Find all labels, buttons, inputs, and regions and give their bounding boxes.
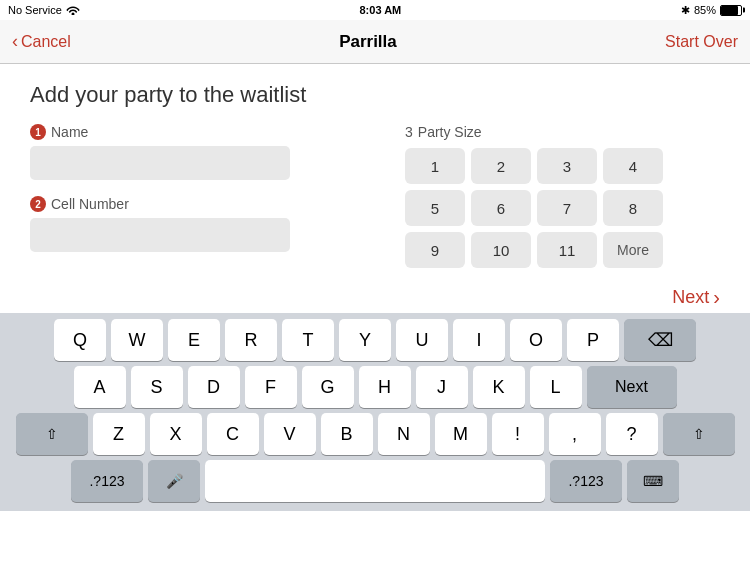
next-chevron-icon: › xyxy=(713,286,720,309)
party-size-btn-7[interactable]: 7 xyxy=(537,190,597,226)
form-heading: Add your party to the waitlist xyxy=(30,82,720,108)
keyboard-row-4: .?123🎤.?123⌨ xyxy=(4,460,746,502)
party-size-label-text: Party Size xyxy=(418,124,482,140)
cell-section: 2 Cell Number xyxy=(30,196,345,252)
backspace-key[interactable]: ⌫ xyxy=(624,319,696,361)
key-g[interactable]: G xyxy=(302,366,354,408)
keyboard-row-1: QWERTYUIOP⌫ xyxy=(4,319,746,361)
battery-icon xyxy=(720,5,742,16)
status-bar: No Service 8:03 AM ✱ 85% xyxy=(0,0,750,20)
key-m[interactable]: M xyxy=(435,413,487,455)
key-p[interactable]: P xyxy=(567,319,619,361)
key-exclaim[interactable]: ! xyxy=(492,413,544,455)
shift-left-key[interactable]: ⇧ xyxy=(16,413,88,455)
cell-badge: 2 xyxy=(30,196,46,212)
microphone-key[interactable]: 🎤 xyxy=(148,460,200,502)
form-left: 1 Name 2 Cell Number xyxy=(30,124,345,268)
key-o[interactable]: O xyxy=(510,319,562,361)
party-size-btn-2[interactable]: 2 xyxy=(471,148,531,184)
party-size-btn-5[interactable]: 5 xyxy=(405,190,465,226)
party-grid: 1234567891011More xyxy=(405,148,720,268)
key-j[interactable]: J xyxy=(416,366,468,408)
party-size-btn-more[interactable]: More xyxy=(603,232,663,268)
key-s[interactable]: S xyxy=(131,366,183,408)
keyboard-row-2: ASDFGHJKLNext xyxy=(4,366,746,408)
nav-title: Parrilla xyxy=(339,32,397,52)
key-t[interactable]: T xyxy=(282,319,334,361)
name-input[interactable] xyxy=(30,146,290,180)
key-n[interactable]: N xyxy=(378,413,430,455)
cancel-button[interactable]: ‹ Cancel xyxy=(12,31,71,52)
key-c[interactable]: C xyxy=(207,413,259,455)
party-size-label: 3 Party Size xyxy=(405,124,720,140)
next-row: Next › xyxy=(0,278,750,313)
key-f[interactable]: F xyxy=(245,366,297,408)
key-d[interactable]: D xyxy=(188,366,240,408)
status-left: No Service xyxy=(8,4,80,17)
key-u[interactable]: U xyxy=(396,319,448,361)
key-i[interactable]: I xyxy=(453,319,505,361)
key-a[interactable]: A xyxy=(74,366,126,408)
key-r[interactable]: R xyxy=(225,319,277,361)
key-y[interactable]: Y xyxy=(339,319,391,361)
party-size-btn-6[interactable]: 6 xyxy=(471,190,531,226)
nav-bar: ‹ Cancel Parrilla Start Over xyxy=(0,20,750,64)
status-time: 8:03 AM xyxy=(359,4,401,16)
cell-label-text: Cell Number xyxy=(51,196,129,212)
sym-right-key[interactable]: .?123 xyxy=(550,460,622,502)
keyboard: QWERTYUIOP⌫ ASDFGHJKLNext ⇧ZXCVBNM!,?⇧ .… xyxy=(0,313,750,511)
key-b[interactable]: B xyxy=(321,413,373,455)
key-e[interactable]: E xyxy=(168,319,220,361)
form-row: 1 Name 2 Cell Number 3 Party Size 123456… xyxy=(30,124,720,268)
key-question[interactable]: ? xyxy=(606,413,658,455)
party-size-btn-1[interactable]: 1 xyxy=(405,148,465,184)
key-k[interactable]: K xyxy=(473,366,525,408)
cell-label: 2 Cell Number xyxy=(30,196,345,212)
party-size-btn-4[interactable]: 4 xyxy=(603,148,663,184)
wifi-icon xyxy=(66,4,80,17)
space-key[interactable] xyxy=(205,460,545,502)
party-size-btn-3[interactable]: 3 xyxy=(537,148,597,184)
key-w[interactable]: W xyxy=(111,319,163,361)
shift-right-key[interactable]: ⇧ xyxy=(663,413,735,455)
cell-input[interactable] xyxy=(30,218,290,252)
key-comma[interactable]: , xyxy=(549,413,601,455)
keyboard-dismiss-key[interactable]: ⌨ xyxy=(627,460,679,502)
key-z[interactable]: Z xyxy=(93,413,145,455)
key-v[interactable]: V xyxy=(264,413,316,455)
key-l[interactable]: L xyxy=(530,366,582,408)
sym-left-key[interactable]: .?123 xyxy=(71,460,143,502)
key-x[interactable]: X xyxy=(150,413,202,455)
battery-percentage: 85% xyxy=(694,4,716,16)
bluetooth-icon: ✱ xyxy=(681,4,690,17)
start-over-button[interactable]: Start Over xyxy=(665,33,738,51)
form-right: 3 Party Size 1234567891011More xyxy=(405,124,720,268)
name-label: 1 Name xyxy=(30,124,345,140)
party-size-btn-10[interactable]: 10 xyxy=(471,232,531,268)
party-size-btn-11[interactable]: 11 xyxy=(537,232,597,268)
back-chevron-icon: ‹ xyxy=(12,31,18,52)
key-q[interactable]: Q xyxy=(54,319,106,361)
name-label-text: Name xyxy=(51,124,88,140)
name-badge: 1 xyxy=(30,124,46,140)
keyboard-row-3: ⇧ZXCVBNM!,?⇧ xyxy=(4,413,746,455)
next-label: Next xyxy=(672,287,709,308)
status-right: ✱ 85% xyxy=(681,4,742,17)
cancel-label: Cancel xyxy=(21,33,71,51)
party-size-btn-9[interactable]: 9 xyxy=(405,232,465,268)
party-size-badge: 3 xyxy=(405,124,413,140)
form-area: Add your party to the waitlist 1 Name 2 … xyxy=(0,64,750,278)
carrier-text: No Service xyxy=(8,4,62,16)
key-h[interactable]: H xyxy=(359,366,411,408)
next-keyboard-button[interactable]: Next xyxy=(587,366,677,408)
next-button[interactable]: Next › xyxy=(672,286,720,309)
party-size-btn-8[interactable]: 8 xyxy=(603,190,663,226)
